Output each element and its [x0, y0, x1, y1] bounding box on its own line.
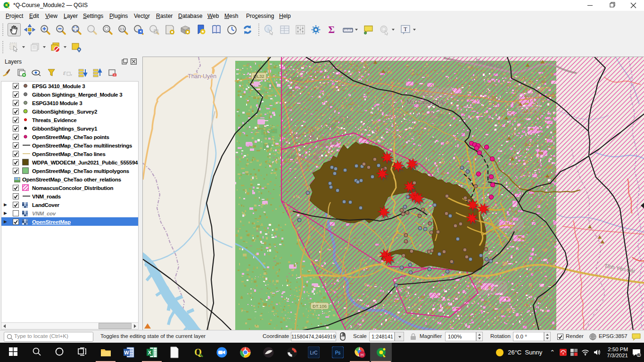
svg-text:LrC: LrC	[310, 350, 317, 355]
svg-text:T: T	[404, 26, 407, 33]
svg-text:X: X	[148, 350, 151, 355]
svg-text:Q: Q	[194, 347, 202, 357]
svg-text:2: 2	[638, 353, 640, 356]
svg-text:H: H	[360, 353, 363, 357]
svg-text:W: W	[124, 350, 129, 355]
svg-text:Than Uyên: Than Uyên	[188, 73, 216, 80]
svg-text:ĐT.106: ĐT.106	[313, 304, 327, 309]
svg-text:Σ: Σ	[328, 24, 335, 35]
svg-text:ε: ε	[63, 69, 66, 76]
svg-text:Ps: Ps	[335, 350, 340, 355]
svg-text:i: i	[268, 26, 269, 32]
svg-text:1:1: 1:1	[120, 27, 124, 31]
